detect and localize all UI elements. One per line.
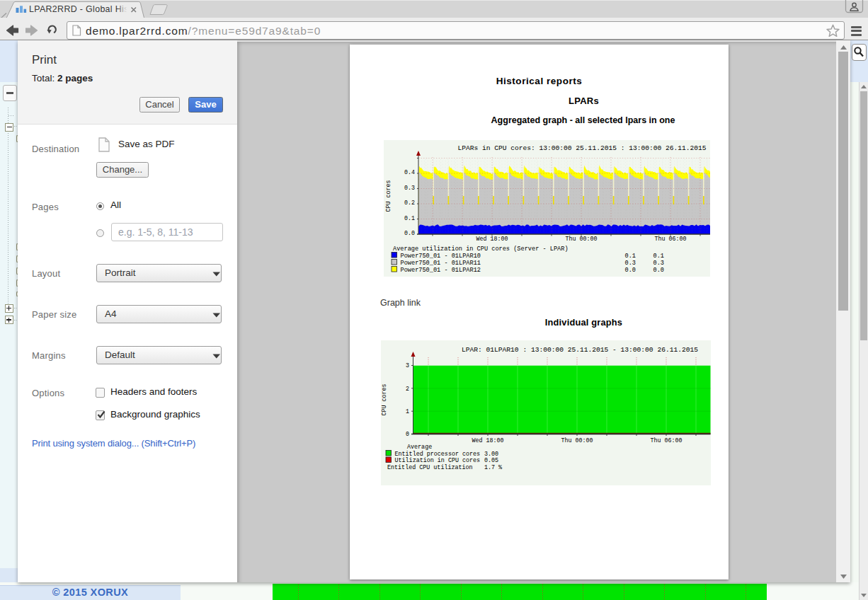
svg-text:Utilization in CPU cores: Utilization in CPU cores: [395, 457, 481, 464]
svg-text:LPARs in CPU cores: 13:00:00 2: LPARs in CPU cores: 13:00:00 25.11.2015 …: [457, 144, 706, 152]
svg-text:Average utilization in CPU cor: Average utilization in CPU cores (Server…: [393, 246, 569, 253]
svg-text:0.1: 0.1: [625, 253, 636, 260]
svg-text:Power750_01 - 01LPAR10: Power750_01 - 01LPAR10: [401, 253, 481, 260]
svg-text:0: 0: [406, 431, 409, 437]
svg-text:Thu 00:00: Thu 00:00: [566, 236, 598, 242]
svg-text:2: 2: [406, 386, 409, 392]
svg-text:Power750_01 - 01LPAR11: Power750_01 - 01LPAR11: [401, 260, 481, 267]
svg-text:0.2: 0.2: [404, 200, 415, 206]
svg-text:0.0: 0.0: [404, 230, 415, 236]
svg-text:Wed 18:00: Wed 18:00: [476, 236, 508, 242]
svg-text:3: 3: [406, 362, 409, 369]
svg-text:Thu 00:00: Thu 00:00: [561, 437, 593, 444]
svg-text:3.00: 3.00: [484, 451, 498, 458]
svg-text:0.0: 0.0: [653, 267, 664, 274]
svg-text:LPAR: 01LPAR10 : 13:00:00 25.1: LPAR: 01LPAR10 : 13:00:00 25.11.2015 - 1…: [462, 346, 698, 354]
svg-text:Average: Average: [407, 444, 432, 451]
svg-text:0.1: 0.1: [404, 215, 415, 221]
svg-text:Thu 06:00: Thu 06:00: [655, 236, 687, 242]
svg-text:Wed 18:00: Wed 18:00: [472, 437, 504, 444]
svg-text:Entitled processor cores: Entitled processor cores: [395, 451, 481, 458]
svg-text:0.4: 0.4: [404, 169, 415, 175]
svg-text:CPU cores: CPU cores: [385, 180, 392, 212]
svg-text:0.3: 0.3: [625, 260, 636, 267]
svg-text:1.7 %: 1.7 %: [484, 464, 503, 471]
svg-text:0.1: 0.1: [653, 253, 664, 260]
svg-text:0.3: 0.3: [653, 260, 664, 267]
svg-text:0.05: 0.05: [484, 457, 498, 464]
svg-text:CPU cores: CPU cores: [381, 384, 387, 416]
svg-text:1: 1: [406, 408, 409, 415]
svg-text:Entitled CPU utilization: Entitled CPU utilization: [387, 464, 473, 471]
svg-text:0.3: 0.3: [404, 185, 415, 191]
svg-text:Power750_01 - 01LPAR12: Power750_01 - 01LPAR12: [401, 267, 481, 274]
svg-text:Thu 06:00: Thu 06:00: [651, 437, 683, 444]
svg-text:0.0: 0.0: [625, 267, 636, 274]
